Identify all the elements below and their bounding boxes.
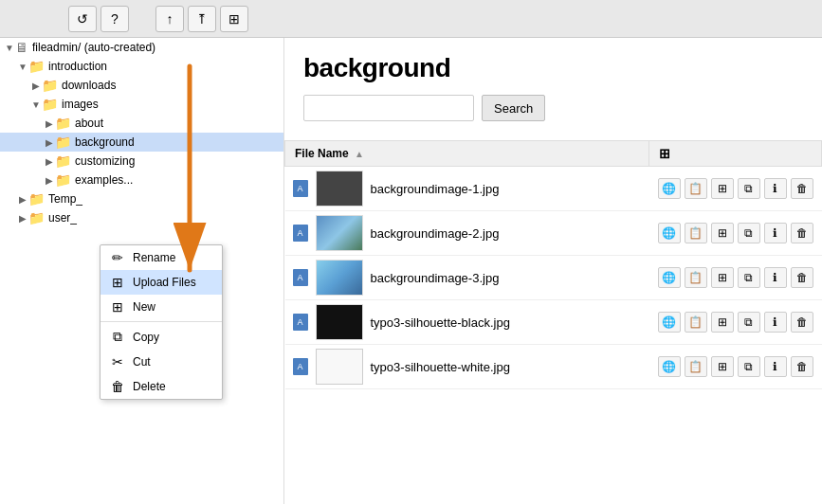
file-action-delete-icon-3[interactable]: 🗑 [791, 312, 813, 333]
file-action-copy-icon-2[interactable]: ⧉ [738, 267, 760, 288]
file-badge-1: A [293, 225, 308, 242]
file-action-new-icon-3[interactable]: ⊞ [711, 312, 734, 333]
context-menu: ✏Rename⊞Upload Files⊞New⧉Copy✂Cut🗑Delete [100, 244, 223, 400]
file-action-new-icon-2[interactable]: ⊞ [711, 267, 734, 288]
sidebar-item-examples_partial[interactable]: ▶📁examples... [0, 171, 283, 189]
file-action-globe-icon-4[interactable]: 🌐 [658, 356, 681, 377]
file-badge-4: A [293, 358, 308, 375]
ctx-menu-item-copy[interactable]: ⧉Copy [100, 324, 222, 350]
col-filename: File Name ▲ [285, 141, 649, 167]
folder-icon: 📁 [55, 172, 71, 188]
tree-label: examples... [75, 173, 133, 187]
file-thumbnail-2 [316, 260, 363, 296]
sidebar-item-images[interactable]: ▼📁images [0, 95, 283, 114]
ctx-label-rename: Rename [133, 251, 175, 264]
content-header: background Search [284, 38, 822, 140]
sidebar-item-about[interactable]: ▶📁about [0, 114, 283, 133]
upload2-button[interactable]: ⤒ [188, 6, 216, 32]
file-action-info-icon-4[interactable]: ℹ [764, 356, 787, 377]
content-area: background Search File Name ▲ ⊞ [284, 38, 822, 504]
folder-icon: 📁 [28, 59, 45, 74]
tree-label: introduction [48, 60, 107, 73]
refresh-button[interactable]: ↺ [68, 6, 97, 32]
file-action-globe-icon-3[interactable]: 🌐 [658, 312, 681, 333]
sidebar-item-introduction[interactable]: ▼📁introduction [0, 57, 283, 76]
table-row: Atypo3-silhouette-white.jpg🌐📋⊞⧉ℹ🗑 [285, 345, 822, 389]
file-thumbnail-0 [316, 171, 363, 207]
tree-toggle: ▶ [17, 194, 28, 205]
ctx-menu-item-cut[interactable]: ✂Cut [100, 350, 222, 374]
file-actions-2: 🌐📋⊞⧉ℹ🗑 [649, 256, 822, 300]
sidebar-item-user_[interactable]: ▶📁user_ [0, 208, 283, 227]
file-thumbnail-1 [316, 215, 363, 251]
file-name-cell-3: Atypo3-silhouette-black.jpg [285, 300, 649, 345]
sidebar-item-customizing[interactable]: ▶📁customizing [0, 152, 283, 171]
ctx-menu-item-delete[interactable]: 🗑Delete [100, 374, 222, 399]
file-action-delete-icon-2[interactable]: 🗑 [791, 267, 813, 288]
file-action-clipboard-icon-1[interactable]: 📋 [685, 223, 707, 243]
ctx-label-cut: Cut [133, 355, 151, 369]
sidebar-item-temp[interactable]: ▶📁Temp_ [0, 189, 283, 208]
file-action-copy-icon-3[interactable]: ⧉ [738, 312, 760, 333]
sidebar: ▼🖥fileadmin/ (auto-created)▼📁introductio… [0, 38, 284, 504]
ctx-label-copy: Copy [133, 331, 159, 344]
upload-button[interactable]: ↑ [155, 6, 184, 32]
file-action-info-icon-3[interactable]: ℹ [764, 312, 787, 333]
root-icon: 🖥 [15, 40, 28, 55]
table-row: Abackgroundimage-1.jpg🌐📋⊞⧉ℹ🗑 [285, 167, 822, 211]
file-action-info-icon-1[interactable]: ℹ [764, 223, 787, 243]
file-action-delete-icon-1[interactable]: 🗑 [791, 223, 813, 243]
file-name-0: backgroundimage-1.jpg [371, 182, 500, 196]
folder-icon: 📁 [55, 116, 71, 131]
file-action-new-icon-1[interactable]: ⊞ [711, 223, 734, 243]
file-action-new-icon-0[interactable]: ⊞ [711, 178, 734, 199]
file-action-info-icon-0[interactable]: ℹ [764, 178, 787, 199]
file-action-globe-icon-2[interactable]: 🌐 [658, 267, 681, 288]
file-action-clipboard-icon-2[interactable]: 📋 [685, 267, 707, 288]
file-actions-3: 🌐📋⊞⧉ℹ🗑 [649, 300, 822, 345]
ctx-menu-item-upload[interactable]: ⊞Upload Files [100, 270, 222, 295]
file-action-copy-icon-0[interactable]: ⧉ [738, 178, 760, 199]
file-action-globe-icon-0[interactable]: 🌐 [658, 178, 681, 199]
ctx-label-new: New [133, 300, 155, 314]
tree-label: fileadmin/ (auto-created) [32, 41, 155, 54]
file-action-copy-icon-4[interactable]: ⧉ [738, 356, 760, 377]
ctx-menu-item-new[interactable]: ⊞New [100, 295, 222, 319]
ctx-icon-rename: ✏ [110, 250, 125, 265]
table-row: Abackgroundimage-2.jpg🌐📋⊞⧉ℹ🗑 [285, 211, 822, 256]
file-action-delete-icon-0[interactable]: 🗑 [791, 178, 813, 199]
search-row: Search [303, 95, 803, 121]
sidebar-item-downloads[interactable]: ▶📁downloads [0, 76, 283, 95]
sidebar-item-background[interactable]: ▶📁background [0, 133, 283, 152]
file-action-globe-icon-1[interactable]: 🌐 [658, 223, 681, 243]
folder-icon: 📁 [28, 191, 45, 207]
tree-label: Temp_ [48, 192, 82, 206]
ctx-menu-item-rename[interactable]: ✏Rename [100, 245, 222, 270]
file-action-new-icon-4[interactable]: ⊞ [711, 356, 734, 377]
tree-label: customizing [75, 154, 135, 168]
ctx-icon-upload: ⊞ [110, 275, 125, 290]
file-action-clipboard-icon-0[interactable]: 📋 [685, 178, 707, 199]
file-action-info-icon-2[interactable]: ℹ [764, 267, 787, 288]
search-button[interactable]: Search [482, 95, 545, 121]
search-input[interactable] [303, 95, 474, 121]
file-action-clipboard-icon-3[interactable]: 📋 [685, 312, 707, 333]
tree-toggle: ▶ [30, 81, 42, 91]
tree-toggle: ▶ [44, 175, 55, 186]
sidebar-item-root[interactable]: ▼🖥fileadmin/ (auto-created) [0, 38, 283, 57]
file-badge-3: A [293, 314, 308, 331]
new-folder-button[interactable]: ⊞ [220, 6, 248, 32]
file-name-2: backgroundimage-3.jpg [371, 271, 500, 285]
ctx-icon-copy: ⧉ [110, 329, 125, 345]
file-action-copy-icon-1[interactable]: ⧉ [738, 223, 760, 243]
folder-icon: 📁 [42, 78, 58, 93]
file-action-delete-icon-4[interactable]: 🗑 [791, 356, 813, 377]
file-name-1: backgroundimage-2.jpg [371, 226, 500, 241]
tree-toggle: ▶ [44, 137, 55, 148]
file-action-clipboard-icon-4[interactable]: 📋 [685, 356, 707, 377]
file-badge-2: A [293, 269, 308, 286]
file-thumbnail-3 [316, 304, 363, 340]
help-button[interactable]: ? [100, 6, 129, 32]
sidebar-resize-handle[interactable] [279, 38, 283, 504]
tree-label: images [62, 98, 99, 111]
